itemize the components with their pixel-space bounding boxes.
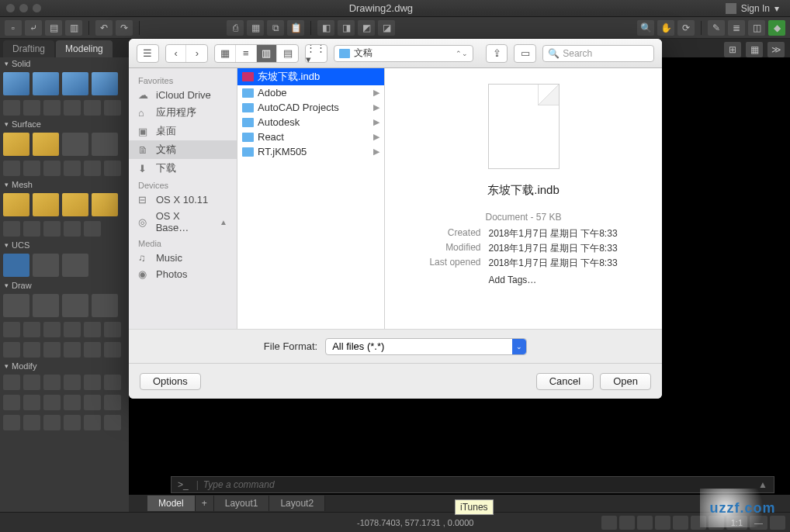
d10[interactable] — [64, 342, 81, 358]
circle-icon[interactable] — [33, 294, 59, 317]
panel-draw[interactable]: ▾Draw — [0, 279, 129, 292]
view-list-icon[interactable]: ≡ — [236, 45, 257, 62]
path-selector[interactable]: 文稿 ⌃⌄ — [334, 45, 473, 62]
panel-ucs[interactable]: ▾UCS — [0, 239, 129, 251]
sidebar-item[interactable]: ♫Music — [129, 250, 237, 266]
sidebar-item[interactable]: ▣桌面 — [129, 122, 237, 140]
sb-osnap-icon[interactable] — [673, 516, 688, 530]
sb-lw-icon[interactable] — [709, 516, 724, 530]
saveas-icon[interactable]: ▥ — [65, 20, 82, 36]
surf1-icon[interactable] — [3, 133, 29, 156]
s5[interactable] — [84, 100, 101, 116]
paste-icon[interactable]: 📋 — [287, 20, 304, 36]
sweep-icon[interactable] — [62, 72, 88, 95]
save-icon[interactable]: ▤ — [45, 20, 62, 36]
mo7[interactable] — [3, 395, 20, 410]
s2[interactable] — [23, 100, 40, 116]
share-button[interactable]: ⇪ — [486, 44, 508, 63]
panel-modify[interactable]: ▾Modify — [0, 360, 129, 372]
arc-icon[interactable] — [62, 294, 88, 317]
view-icon-icon[interactable]: ▦ — [215, 45, 236, 62]
panel-surface[interactable]: ▾Surface — [0, 118, 129, 130]
mo12[interactable] — [104, 395, 121, 410]
add-tags-link[interactable]: Add Tags… — [488, 275, 617, 285]
sign-in[interactable]: Sign In ▾ — [721, 3, 784, 14]
sb-scale[interactable]: 1:1 — [726, 516, 747, 530]
layout-b-icon[interactable]: ▦ — [746, 42, 763, 57]
sidebar-item[interactable]: ⊟OS X 10.11 — [129, 192, 237, 208]
layout-a-icon[interactable]: ⊞ — [724, 42, 741, 57]
mo2[interactable] — [23, 375, 40, 390]
search-field[interactable]: 🔍 Search — [542, 45, 654, 62]
d12[interactable] — [104, 342, 121, 358]
orbit-icon[interactable]: ⟳ — [677, 20, 695, 36]
surf3-icon[interactable] — [62, 133, 88, 156]
s4[interactable] — [64, 100, 81, 116]
props-icon[interactable]: ◆ — [768, 20, 785, 36]
mo15[interactable] — [43, 415, 61, 430]
tab-layout1[interactable]: Layout1 — [214, 496, 270, 511]
ucs1-icon[interactable] — [3, 254, 29, 277]
sf2[interactable] — [23, 161, 40, 176]
surf2-icon[interactable] — [33, 133, 59, 156]
sb-ortho-icon[interactable] — [637, 516, 653, 530]
eject-icon[interactable]: ▲ — [220, 218, 227, 226]
options-button[interactable]: Options — [140, 373, 201, 390]
close-dot[interactable] — [6, 4, 15, 12]
tool-a-icon[interactable]: ◧ — [317, 20, 334, 36]
extrude-icon[interactable] — [33, 72, 59, 95]
mesh4-icon[interactable] — [92, 193, 118, 216]
sidebar-item[interactable]: ◉Photos — [129, 266, 237, 282]
min-dot[interactable] — [19, 4, 28, 12]
mo5[interactable] — [84, 375, 101, 390]
file-format-select[interactable]: All files (*.*) ⌄ — [325, 338, 527, 355]
sf3[interactable] — [43, 161, 61, 176]
d7[interactable] — [3, 342, 20, 358]
redo-icon[interactable]: ↷ — [116, 20, 133, 36]
sb-dash[interactable]: — — [750, 516, 767, 530]
layer-icon[interactable]: ≣ — [728, 20, 745, 36]
panel-mesh[interactable]: ▾Mesh — [0, 178, 129, 191]
panel-solid[interactable]: ▾Solid — [0, 57, 129, 70]
mo8[interactable] — [23, 395, 40, 410]
sidebar-item[interactable]: ⌂应用程序 — [129, 103, 237, 122]
sb-snap-icon[interactable] — [601, 516, 617, 530]
sf1[interactable] — [3, 161, 20, 176]
surf4-icon[interactable] — [92, 133, 118, 156]
mo10[interactable] — [64, 395, 81, 410]
sidebar-item[interactable]: ⬇︎下载 — [129, 159, 237, 178]
mo11[interactable] — [84, 395, 101, 410]
pan-icon[interactable]: ✋ — [657, 20, 674, 36]
d9[interactable] — [43, 342, 61, 358]
mo3[interactable] — [43, 375, 61, 390]
revolve-icon[interactable] — [92, 72, 118, 95]
command-line[interactable]: >_ | Type a command ▲ — [171, 476, 774, 493]
mo1[interactable] — [3, 375, 20, 390]
mesh2-icon[interactable] — [33, 193, 59, 216]
m2[interactable] — [23, 221, 40, 237]
mo18[interactable] — [104, 415, 121, 430]
tab-model[interactable]: Model — [147, 496, 196, 511]
mo14[interactable] — [23, 415, 40, 430]
cancel-button[interactable]: Cancel — [536, 373, 594, 390]
d8[interactable] — [23, 342, 40, 358]
view-cover-icon[interactable]: ▤ — [277, 45, 298, 62]
m3[interactable] — [43, 221, 61, 237]
mo9[interactable] — [43, 395, 61, 410]
max-dot[interactable] — [33, 4, 41, 12]
sf5[interactable] — [84, 161, 101, 176]
sb-grid-icon[interactable] — [619, 516, 635, 530]
mo4[interactable] — [64, 375, 81, 390]
mo17[interactable] — [84, 415, 101, 430]
d3[interactable] — [43, 322, 61, 337]
search-tool-icon[interactable]: 🔍 — [637, 20, 654, 36]
tool-b-icon[interactable]: ◨ — [338, 20, 355, 36]
d4[interactable] — [64, 322, 81, 337]
d11[interactable] — [84, 342, 101, 358]
sb-gear-icon[interactable] — [770, 516, 785, 530]
tab-modeling[interactable]: Modeling — [56, 40, 113, 57]
tab-drafting[interactable]: Drafting — [3, 40, 54, 57]
box-icon[interactable] — [3, 72, 29, 95]
file-row[interactable]: AutoCAD Projects▶ — [237, 100, 384, 115]
file-row[interactable]: Autodesk▶ — [237, 115, 384, 130]
